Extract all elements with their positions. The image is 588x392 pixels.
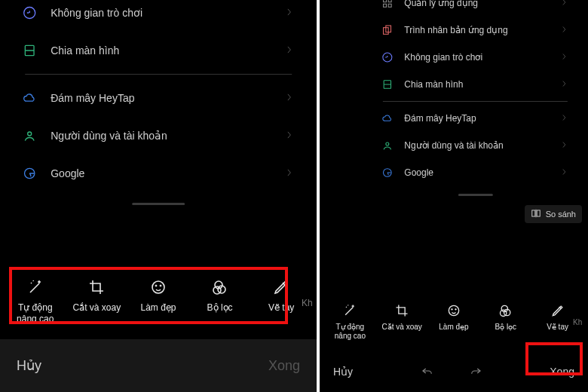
tool-draw[interactable]: Vẽ tay [537, 303, 578, 332]
tool-auto-enhance[interactable]: Tự động nâng cao [329, 303, 370, 341]
edit-toolbar: Tự động nâng cao Cắt và xoay Làm đẹp Bộ … [0, 272, 317, 333]
clone-icon [381, 24, 394, 36]
settings-preview: Không gian trò chơi Chia màn hình Đám mâ… [19, 0, 298, 205]
chevron-right-icon [560, 22, 569, 39]
settings-row-label: Chia màn hình [51, 44, 271, 57]
settings-row-label: Đám mây HeyTap [51, 92, 271, 104]
settings-row-label: Đám mây HeyTap [404, 113, 549, 124]
crop-icon [394, 303, 409, 318]
settings-row-label: Người dùng và tài khoản [51, 130, 271, 142]
wand-icon [26, 278, 44, 296]
settings-row-label: Trình nhân bản ứng dụng [404, 25, 549, 35]
toolbar-overflow-hint: Kh [573, 318, 588, 326]
chevron-right-icon [284, 164, 295, 184]
gamepad-icon [22, 5, 37, 20]
settings-row-label: Chia màn hình [404, 79, 549, 90]
user-icon [381, 139, 394, 152]
settings-row[interactable]: Không gian trò chơi [378, 44, 571, 71]
tool-label: Tự động nâng cao [329, 323, 370, 341]
google-icon [22, 166, 37, 181]
editor-screenshot-right: Quản lý ứng dụng Trình nhân bản ứng dụng… [320, 0, 588, 392]
filter-icon [498, 303, 513, 318]
tool-filter[interactable]: Bộ lọc [485, 303, 526, 332]
settings-row[interactable]: Quản lý ứng dụng [378, 0, 571, 17]
settings-preview: Quản lý ứng dụng Trình nhân bản ứng dụng… [378, 0, 571, 196]
settings-row-label: Không gian trò chơi [51, 7, 271, 19]
redo-button[interactable] [469, 364, 482, 380]
settings-row[interactable]: Đám mây HeyTap [19, 79, 298, 117]
split-icon [381, 78, 394, 90]
tool-label: Cắt và xoay [382, 323, 422, 332]
settings-row-label: Google [404, 167, 549, 178]
drag-handle [132, 203, 185, 205]
tool-auto-enhance[interactable]: Tự động nâng cao [11, 278, 60, 324]
chevron-right-icon [560, 137, 569, 155]
tool-beautify[interactable]: Làm đẹp [133, 278, 183, 313]
crop-icon [87, 278, 106, 296]
divider [383, 101, 567, 102]
filter-icon [211, 278, 229, 296]
pencil-icon [550, 303, 565, 318]
tool-crop-rotate[interactable]: Cắt và xoay [381, 303, 422, 332]
google-icon [381, 167, 394, 179]
settings-row-label: Google [51, 167, 271, 179]
compare-icon [531, 208, 541, 220]
settings-row[interactable]: Đám mây HeyTap [378, 105, 571, 132]
tool-label: Làm đẹp [439, 323, 468, 332]
chevron-right-icon [284, 41, 295, 61]
toolbar-overflow-hint: Kh [302, 298, 317, 308]
tool-label: Làm đẹp [140, 302, 176, 313]
gamepad-icon [381, 51, 394, 63]
undo-button[interactable] [421, 364, 434, 380]
chevron-right-icon [560, 0, 569, 12]
face-icon [446, 303, 461, 318]
tool-label: Vẽ tay [547, 323, 568, 332]
settings-row-label: Quản lý ứng dụng [404, 0, 549, 8]
tool-label: Tự động nâng cao [11, 302, 60, 324]
tool-label: Vẽ tay [268, 302, 294, 313]
chevron-right-icon [560, 76, 569, 93]
compare-label: So sánh [546, 210, 576, 219]
tool-label: Bộ lọc [495, 323, 516, 332]
settings-row[interactable]: Google [19, 155, 298, 192]
tool-beautify[interactable]: Làm đẹp [433, 303, 474, 332]
apps-icon [381, 0, 394, 9]
settings-row[interactable]: Chia màn hình [378, 71, 571, 98]
chevron-right-icon [284, 126, 295, 146]
chevron-right-icon [284, 3, 295, 23]
face-icon [149, 278, 167, 296]
tool-crop-rotate[interactable]: Cắt và xoay [72, 278, 121, 313]
chevron-right-icon [560, 110, 569, 127]
settings-row[interactable]: Trình nhân bản ứng dụng [378, 17, 571, 44]
drag-handle [458, 194, 492, 196]
editor-screenshot-left: Không gian trò chơi Chia màn hình Đám mâ… [0, 0, 317, 392]
chevron-right-icon [284, 88, 295, 109]
settings-row[interactable]: Google [378, 159, 571, 186]
cloud-icon [22, 90, 37, 106]
action-bar: Hủy Xong [320, 351, 588, 392]
done-button[interactable]: Xong [268, 358, 300, 374]
cancel-button[interactable]: Hủy [17, 357, 41, 374]
chevron-right-icon [560, 49, 569, 66]
tool-label: Cắt và xoay [73, 302, 121, 313]
user-icon [22, 128, 37, 143]
settings-row[interactable]: Không gian trò chơi [19, 0, 298, 32]
settings-row-label: Không gian trò chơi [404, 52, 549, 63]
cloud-icon [381, 112, 394, 124]
divider [25, 74, 292, 75]
pencil-icon [272, 278, 290, 296]
chevron-right-icon [560, 164, 569, 182]
tool-label: Bộ lọc [207, 302, 233, 313]
settings-row[interactable]: Chia màn hình [19, 32, 298, 69]
tool-filter[interactable]: Bộ lọc [195, 278, 245, 313]
settings-row[interactable]: Người dùng và tài khoản [378, 132, 571, 159]
wand-icon [342, 303, 357, 318]
split-icon [22, 43, 37, 58]
edit-toolbar: Tự động nâng cao Cắt và xoay Làm đẹp Bộ … [320, 292, 588, 351]
cancel-button[interactable]: Hủy [333, 366, 353, 378]
tool-draw[interactable]: Vẽ tay [256, 278, 306, 313]
settings-row[interactable]: Người dùng và tài khoản [19, 117, 298, 155]
settings-row-label: Người dùng và tài khoản [404, 140, 549, 151]
compare-button[interactable]: So sánh [525, 205, 582, 223]
done-button[interactable]: Xong [550, 366, 574, 378]
